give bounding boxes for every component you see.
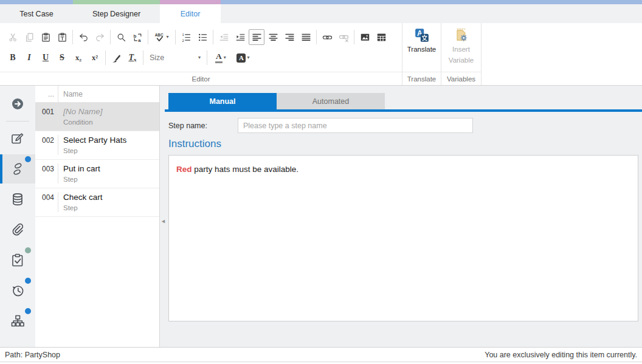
tab-manual[interactable]: Manual: [168, 93, 277, 109]
broken-link-icon: [339, 32, 349, 43]
highlighted-text: Red: [176, 165, 192, 174]
step-row-002[interactable]: 002 Select Party Hats Step: [35, 131, 159, 160]
ribbon-group-translate: Translate Translate: [402, 23, 441, 85]
align-left-button[interactable]: [249, 29, 264, 45]
copy-formatting-button[interactable]: [108, 50, 124, 66]
insert-link-button[interactable]: [319, 29, 335, 45]
step-type: Step: [63, 146, 126, 155]
remove-format-button[interactable]: Tx: [125, 50, 140, 66]
steps-list-header: ... Name: [35, 86, 159, 103]
paintbrush-icon: [111, 53, 122, 63]
collapse-panel-handle[interactable]: ◄: [160, 218, 166, 224]
background-color-icon: A: [236, 53, 246, 63]
sidebar-item-attachments[interactable]: [0, 215, 35, 244]
separator: [148, 30, 148, 44]
align-left-icon: [252, 32, 262, 43]
background-color-button[interactable]: A▾: [232, 50, 254, 66]
step-number: 002: [35, 135, 58, 155]
ribbon: ▾: [0, 23, 642, 86]
status-path: Path: PartyShop: [5, 351, 60, 359]
strip-rest: [221, 0, 642, 4]
italic-button[interactable]: I: [21, 50, 37, 66]
step-editor-pane: ◄ Manual Automated Step name: Instructio…: [160, 86, 642, 347]
increase-indent-button[interactable]: [232, 29, 248, 45]
spellcheck-button[interactable]: ▾: [151, 29, 173, 45]
insert-variable-button[interactable]: Insert Variable: [441, 23, 481, 72]
strip-editor: [160, 0, 221, 4]
bold-button[interactable]: B: [5, 50, 21, 66]
clipboard-text-icon: [57, 32, 67, 43]
paste-as-text-button[interactable]: [54, 29, 70, 45]
strikethrough-button[interactable]: S: [54, 50, 70, 66]
tab-test-case[interactable]: Test Case: [0, 4, 73, 23]
separator: [316, 30, 317, 44]
align-center-button[interactable]: [265, 29, 281, 45]
ribbon-group-variables: Insert Variable Variables: [441, 23, 481, 85]
align-center-icon: [268, 32, 278, 43]
column-header-name[interactable]: Name: [58, 90, 83, 98]
sidebar-item-navigate[interactable]: [0, 89, 35, 118]
remove-link-button[interactable]: [336, 29, 351, 45]
ribbon-group-editor: ▾: [0, 23, 402, 85]
justify-button[interactable]: [298, 29, 314, 45]
table-icon: [376, 32, 387, 43]
status-bar: Path: PartyShop You are exclusively edit…: [0, 347, 642, 362]
insert-image-button[interactable]: [357, 29, 373, 45]
replace-icon: [133, 32, 143, 43]
tab-accent-underline: [165, 109, 642, 112]
step-name-input[interactable]: [238, 118, 473, 133]
step-row-004[interactable]: 004 Check cart Step: [35, 188, 159, 217]
tab-editor[interactable]: Editor: [160, 4, 221, 23]
database-icon: [10, 192, 25, 207]
cut-button[interactable]: [5, 29, 21, 45]
numbered-list-button[interactable]: [178, 29, 194, 45]
font-color-icon: A: [215, 52, 223, 63]
sidebar-item-review[interactable]: [0, 246, 35, 275]
copy-button[interactable]: [21, 29, 37, 45]
bullet-list-button[interactable]: [195, 29, 210, 45]
decrease-indent-button[interactable]: [216, 29, 232, 45]
step-type: Condition: [63, 118, 103, 126]
translate-button[interactable]: Translate: [402, 23, 441, 72]
separator: [213, 30, 213, 44]
align-right-button[interactable]: [281, 29, 297, 45]
find-button[interactable]: [113, 29, 129, 45]
subscript-button[interactable]: x₂: [71, 50, 86, 66]
sidebar-item-steps[interactable]: [0, 154, 35, 184]
replace-button[interactable]: [129, 29, 145, 45]
font-color-button[interactable]: A▾: [210, 50, 232, 66]
step-number: 004: [35, 192, 58, 212]
step-row-003[interactable]: 003 Put in cart Step: [35, 160, 159, 188]
insert-table-button[interactable]: [373, 29, 389, 45]
paste-button[interactable]: [38, 29, 54, 45]
tab-step-designer[interactable]: Step Designer: [73, 4, 160, 23]
undo-button[interactable]: [75, 29, 91, 45]
history-clock-icon: [10, 283, 25, 298]
column-header-handle[interactable]: ...: [35, 86, 58, 102]
sidebar-item-edit[interactable]: [0, 124, 35, 153]
translate-icon: [414, 27, 430, 43]
ribbon-group-label-editor: Editor: [0, 72, 402, 85]
sidebar-item-history[interactable]: [0, 276, 35, 305]
sidebar-item-data[interactable]: [0, 185, 35, 214]
tab-automated[interactable]: Automated: [277, 93, 385, 109]
separator: [354, 30, 354, 44]
font-size-dropdown[interactable]: Size▾: [146, 50, 204, 65]
magnifier-icon: [116, 32, 126, 43]
step-number: 003: [35, 163, 58, 184]
redo-button[interactable]: [92, 29, 108, 45]
undo-arrow-icon: [78, 32, 89, 43]
step-row-001[interactable]: 001 [No Name] Condition: [35, 103, 159, 131]
outdent-icon: [219, 32, 229, 43]
step-type: Step: [63, 204, 103, 212]
instructions-editor[interactable]: Red party hats must be available.: [168, 155, 638, 321]
sidebar-item-hierarchy[interactable]: [0, 306, 35, 335]
window-tab-bar: Test Case Step Designer Editor: [0, 4, 642, 23]
superscript-button[interactable]: x²: [87, 50, 103, 66]
ribbon-row-2: B I U S x₂ x² Tx Size▾ A▾ A▾: [5, 47, 402, 68]
underline-button[interactable]: U: [38, 50, 54, 66]
spellcheck-icon: [154, 32, 165, 43]
separator: [105, 50, 106, 65]
instructions-heading: Instructions: [168, 138, 642, 150]
mode-tabs: Manual Automated: [168, 93, 642, 109]
